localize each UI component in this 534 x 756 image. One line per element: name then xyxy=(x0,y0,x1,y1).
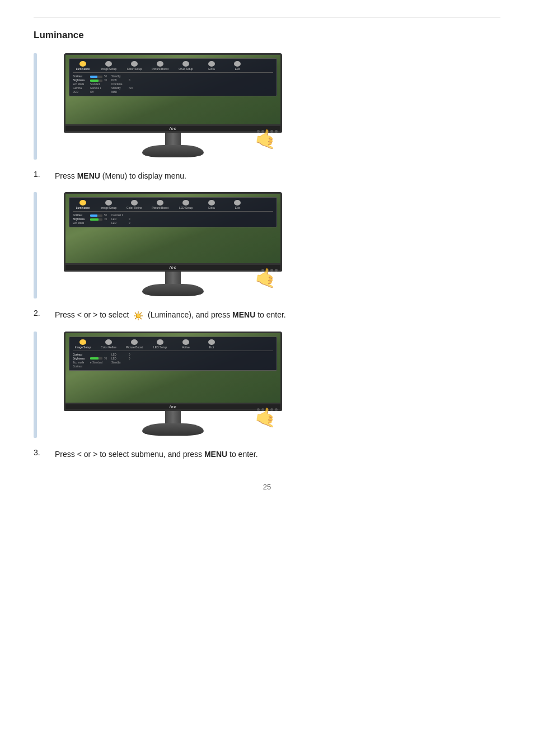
osd-tab-color: Color Setup xyxy=(124,61,144,71)
svg-line-8 xyxy=(135,318,137,319)
step-1-number: 1. xyxy=(34,170,55,179)
osd-content-2: Contrast50 Brightness70 Eco Mode Contras… xyxy=(73,214,273,225)
osd-tab2-picture: Picture Boost xyxy=(150,200,170,209)
top-divider xyxy=(34,17,500,17)
figure-2: Luminance Image Setup Color Refine Pictu… xyxy=(34,192,500,298)
osd-tabs-1: Luminance Image Setup Color Setup Pictur… xyxy=(73,61,273,73)
osd-tab3-extra: Active xyxy=(176,339,196,349)
osd-tab-picture: Picture Boost xyxy=(150,61,170,71)
hand-pointer-icon-1: 🤙 xyxy=(254,127,279,151)
monitor-screen-2: Luminance Image Setup Color Refine Pictu… xyxy=(64,192,282,265)
osd-tabs-3: Image Setup Color Refine Picture Boost L… xyxy=(73,339,273,351)
monitor-display-2: Luminance Image Setup Color Refine Pictu… xyxy=(53,192,293,298)
osd-content-1: Contrast50 Brightness70 Eco ModeStandard… xyxy=(73,75,273,94)
osd-tab-image: Image Setup xyxy=(99,61,119,71)
monitor-screen-1: Luminance Image Setup Color Setup Pictur… xyxy=(64,53,282,126)
osd-tab3-luminance: Image Setup xyxy=(73,339,93,349)
page-number: 25 xyxy=(34,483,500,491)
monitor-display-3: Image Setup Color Refine Picture Boost L… xyxy=(53,332,293,438)
page-title: Luminance xyxy=(34,30,500,41)
osd-menu-2: Luminance Image Setup Color Refine Pictu… xyxy=(69,197,277,227)
osd-col3-left: Contrast Brightness70 Eco mode● Standard… xyxy=(73,353,107,368)
osd-tab2-color: Color Refine xyxy=(124,200,144,209)
svg-line-7 xyxy=(140,312,142,314)
osd-menu-3: Image Setup Color Refine Picture Boost L… xyxy=(69,337,277,371)
osd-tab-extra: Extra xyxy=(202,61,222,71)
step-1-row: 1. Press MENU (Menu) to display menu. xyxy=(34,170,500,182)
figure-1: Luminance Image Setup Color Setup Pictur… xyxy=(34,53,500,160)
monitor-stand-base-1 xyxy=(142,145,204,157)
osd-col2-left: Contrast50 Brightness70 Eco Mode xyxy=(73,214,107,225)
step-2-row: 2. Press < or > to select (Luminance), a… xyxy=(34,309,500,321)
monitor-bezel-2: /oc xyxy=(64,265,282,272)
step-3-text: Press < or > to select submenu, and pres… xyxy=(55,448,258,460)
left-accent-bar-2 xyxy=(34,192,37,298)
osd-menu-1: Luminance Image Setup Color Setup Pictur… xyxy=(69,58,277,96)
osd-content-3: Contrast Brightness70 Eco mode● Standard… xyxy=(73,353,273,368)
osd-tab2-extra: Extra xyxy=(202,200,222,209)
svg-line-5 xyxy=(135,312,137,314)
left-accent-bar xyxy=(34,53,37,160)
step-2-number: 2. xyxy=(34,309,55,318)
monitor-display-1: Luminance Image Setup Color Setup Pictur… xyxy=(53,53,293,160)
step-3-number: 3. xyxy=(34,448,55,457)
osd-tab2-image: Image Setup xyxy=(99,200,119,209)
osd-tab-luminance: Luminance xyxy=(73,61,93,71)
left-accent-bar-3 xyxy=(34,332,37,438)
osd-tab2-luminance: Luminance xyxy=(73,200,93,209)
monitor-bezel-1: /oc xyxy=(64,126,282,133)
monitor-bezel-3: /oc xyxy=(64,404,282,411)
hand-pointer-icon-2: 🤙 xyxy=(254,265,279,290)
figure-3: Image Setup Color Refine Picture Boost L… xyxy=(34,332,500,438)
osd-col-right: Standby DCB0 Overdrive StandbyN/A MBR xyxy=(111,75,142,94)
monitor-screen-3: Image Setup Color Refine Picture Boost L… xyxy=(64,332,282,404)
osd-tab-osd: OSD Setup xyxy=(176,61,196,71)
osd-tab2-exit: Exit xyxy=(227,200,247,209)
svg-point-0 xyxy=(136,314,140,318)
osd-col3-right: LED0 LED0 Standby xyxy=(111,353,142,364)
monitor-stand-neck-1 xyxy=(165,133,181,145)
monitor-stand-base-2 xyxy=(142,284,204,296)
osd-col-left: Contrast50 Brightness70 Eco ModeStandard… xyxy=(73,75,107,94)
monitor-stand-base-3 xyxy=(142,423,204,436)
osd-col2-right: Contrast 1 LED0 LED0 xyxy=(111,214,142,225)
step-3-row: 3. Press < or > to select submenu, and p… xyxy=(34,448,500,460)
osd-tab3-picture: Picture Boost xyxy=(124,339,144,349)
osd-tab-exit: Exit xyxy=(227,61,247,71)
monitor-stand-neck-3 xyxy=(165,411,181,423)
osd-tab3-exit: Exit xyxy=(202,339,222,349)
osd-tabs-2: Luminance Image Setup Color Refine Pictu… xyxy=(73,200,273,212)
hand-pointer-icon-3: 🤙 xyxy=(254,405,279,430)
osd-tab3-color: Color Refine xyxy=(99,339,119,349)
osd-tab3-osd: LED Setup xyxy=(150,339,170,349)
luminance-icon xyxy=(133,311,144,321)
step-2-text: Press < or > to select (Luminance), and … xyxy=(55,309,286,321)
osd-tab2-osd: LED Setup xyxy=(176,200,196,209)
step-1-text: Press MENU (Menu) to display menu. xyxy=(55,170,186,182)
monitor-stand-neck-2 xyxy=(165,272,181,284)
svg-line-6 xyxy=(140,318,142,319)
